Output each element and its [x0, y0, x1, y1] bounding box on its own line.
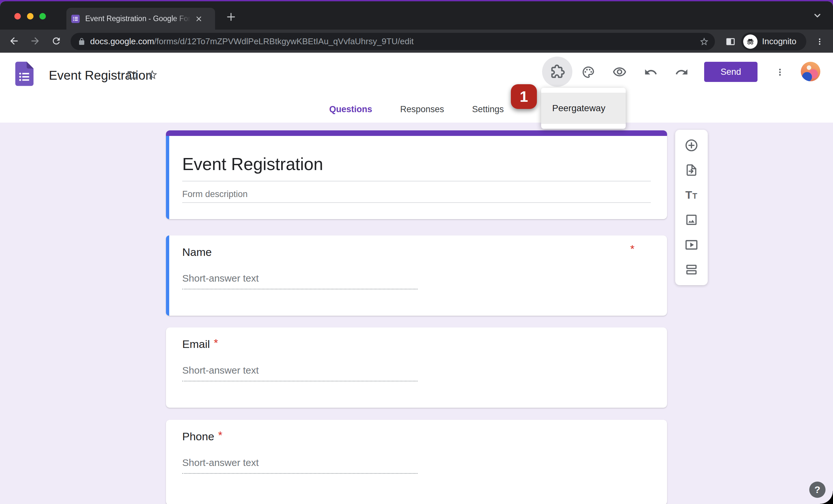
forward-icon[interactable] [26, 32, 44, 50]
star-document-icon[interactable] [144, 66, 161, 83]
add-image-icon[interactable] [684, 213, 698, 227]
browser-window: Event Registration - Google Forms [0, 1, 833, 504]
macos-close-button[interactable] [14, 13, 21, 20]
back-icon[interactable] [5, 32, 23, 50]
step-badge-number: 1 [520, 88, 528, 105]
add-section-icon[interactable] [684, 262, 698, 277]
question-label-text: Email [182, 338, 210, 350]
addons-button[interactable] [542, 56, 572, 87]
browser-menu-icon[interactable] [811, 33, 828, 50]
addons-menu-item-label: Peergateway [552, 103, 605, 114]
tab-responses-label: Responses [400, 104, 444, 114]
browser-tab[interactable]: Event Registration - Google Forms [66, 8, 215, 30]
macos-minimize-button[interactable] [27, 13, 33, 20]
short-answer-line [182, 381, 418, 381]
add-question-icon[interactable] [684, 138, 698, 152]
tab-strip: Event Registration - Google Forms [0, 1, 833, 30]
google-forms-favicon [71, 14, 80, 23]
required-asterisk: * [218, 429, 222, 441]
tab-questions[interactable]: Questions [327, 100, 374, 123]
required-asterisk: * [630, 243, 635, 255]
google-forms-logo[interactable] [15, 61, 33, 86]
url-bar[interactable]: docs.google.com/forms/d/12To7mZPVWdlPeLR… [71, 33, 715, 50]
preview-eye-icon[interactable] [611, 63, 629, 81]
question-label[interactable]: Phone* [182, 430, 222, 443]
browser-toolbar: docs.google.com/forms/d/12To7mZPVWdlPeLR… [0, 30, 833, 53]
addons-menu-item-peergateway[interactable]: Peergateway [541, 93, 626, 124]
tab-title: Event Registration - Google Forms [85, 14, 193, 23]
reload-icon[interactable] [48, 32, 65, 50]
short-answer-placeholder: Short-answer text [182, 365, 259, 376]
tab-questions-label: Questions [329, 104, 372, 114]
undo-icon[interactable] [642, 63, 660, 81]
required-asterisk: * [214, 336, 218, 349]
question-label[interactable]: Name [182, 246, 212, 258]
addons-dropdown: Peergateway [541, 88, 626, 129]
tab-close-icon[interactable] [193, 13, 204, 24]
question-card-email[interactable]: Email* Short-answer text [166, 327, 667, 408]
add-title-icon[interactable]: TT [684, 188, 698, 202]
question-card-phone[interactable]: Phone* Short-answer text [166, 420, 667, 504]
bookmark-star-icon[interactable] [699, 37, 709, 47]
question-toolbar: TT [675, 130, 708, 285]
selected-card-indicator [166, 235, 169, 316]
new-tab-icon[interactable] [224, 10, 238, 24]
tab-search-chevron-icon[interactable] [811, 9, 824, 22]
move-to-folder-icon[interactable] [124, 66, 141, 83]
selected-card-indicator [166, 136, 169, 219]
import-questions-icon[interactable] [684, 163, 698, 177]
tab-settings[interactable]: Settings [470, 100, 506, 123]
question-label[interactable]: Email* [182, 338, 218, 351]
url-host: docs.google.com [90, 36, 154, 46]
question-label-text: Phone [182, 430, 214, 443]
tab-settings-label: Settings [472, 104, 504, 114]
tab-responses[interactable]: Responses [398, 100, 446, 123]
send-button-label: Send [720, 67, 741, 77]
short-answer-placeholder: Short-answer text [182, 273, 259, 284]
incognito-icon [743, 34, 758, 49]
url-text: docs.google.com/forms/d/12To7mZPVWdlPeLR… [90, 36, 699, 47]
forms-app-header: Event Registration [0, 53, 833, 123]
form-description-field[interactable]: Form description [182, 189, 247, 199]
step-badge: 1 [511, 84, 537, 109]
send-button[interactable]: Send [704, 62, 758, 82]
short-answer-line [182, 289, 418, 289]
incognito-label: Incognito [762, 36, 796, 47]
puzzle-icon [549, 63, 566, 81]
side-panel-icon[interactable] [722, 33, 739, 50]
customize-theme-icon[interactable] [579, 63, 597, 81]
form-title-field[interactable]: Event Registration [182, 154, 323, 174]
add-video-icon[interactable] [684, 238, 698, 252]
forms-more-options-icon[interactable] [771, 63, 789, 81]
macos-zoom-button[interactable] [39, 13, 46, 20]
form-title-card[interactable]: Event Registration Form description [166, 130, 667, 219]
short-answer-placeholder: Short-answer text [182, 457, 259, 468]
help-icon: ? [814, 484, 820, 495]
short-answer-line [182, 473, 418, 474]
window-corner [820, 491, 833, 504]
form-canvas: Event Registration Form description Name… [0, 123, 833, 504]
theme-color-bar [166, 130, 667, 136]
forms-nav-tabs: Questions Responses Settings [0, 100, 833, 123]
incognito-chip: Incognito [741, 32, 806, 50]
url-path: /forms/d/12To7mZPVWdlPeLRBtkgywKBEtIAu_q… [154, 36, 414, 46]
screenshot-stage: Event Registration - Google Forms [0, 0, 833, 504]
redo-icon[interactable] [672, 63, 691, 81]
question-card-name[interactable]: Name * Short-answer text [166, 235, 667, 316]
form-description-underline [182, 202, 651, 203]
lock-icon[interactable] [78, 38, 86, 46]
form-title-underline [182, 181, 651, 181]
account-avatar[interactable] [801, 62, 820, 81]
